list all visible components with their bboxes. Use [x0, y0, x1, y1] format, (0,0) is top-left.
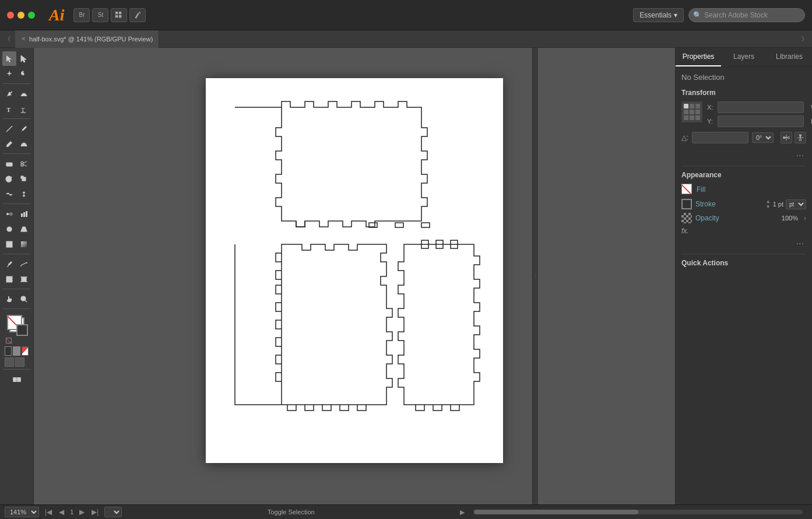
prev-page-button[interactable]: ◀	[58, 508, 65, 516]
essentials-button[interactable]: Essentials ▾	[633, 8, 684, 22]
last-page-button[interactable]: ▶|	[90, 508, 100, 516]
stroke-down-button[interactable]: ▼	[766, 205, 771, 209]
symbol-tool-button[interactable]	[2, 222, 16, 236]
eraser-tools	[2, 156, 31, 171]
stroke-color-swatch[interactable]	[16, 324, 28, 336]
none-swatch[interactable]	[6, 338, 12, 343]
fill-label[interactable]: Fill	[697, 185, 806, 194]
flip-vertical-icon[interactable]	[795, 132, 806, 143]
perspective-tool-button[interactable]	[17, 222, 31, 236]
x-field-row: X: W:	[707, 101, 812, 113]
blend-tools	[2, 206, 31, 221]
tab-properties[interactable]: Properties	[676, 48, 721, 66]
y-input[interactable]	[718, 115, 804, 127]
close-tab-icon[interactable]: ✕	[21, 36, 26, 42]
grid-button[interactable]	[111, 8, 127, 22]
transform-reference-grid[interactable]	[681, 101, 702, 122]
svg-rect-30	[22, 277, 26, 282]
scissors-tool-button[interactable]	[17, 156, 31, 171]
paintbrush-tool-button[interactable]	[17, 121, 31, 136]
curvature-tool-button[interactable]	[17, 86, 31, 101]
document-tab[interactable]: ✕ half-box.svg* @ 141% (RGB/GPU Preview)	[15, 30, 159, 48]
eyedropper-tools	[2, 257, 31, 271]
stroke-value: 1 pt	[773, 201, 783, 208]
stroke-up-button[interactable]: ▲	[766, 199, 771, 204]
flip-icons	[781, 132, 806, 143]
angle-dropdown[interactable]: 0°	[752, 132, 774, 143]
pencil-tool-button[interactable]	[2, 136, 16, 151]
brush-button[interactable]	[129, 8, 146, 22]
type-tools: T T	[2, 101, 31, 116]
angle-input[interactable]	[692, 132, 748, 143]
stroke-icon	[681, 199, 692, 209]
pen-tool-button[interactable]	[2, 86, 16, 101]
stroke-row[interactable]: Stroke ▲ ▼ 1 pt pt px	[681, 199, 806, 209]
artboard-tool-button[interactable]	[17, 272, 31, 286]
slice-tool-button[interactable]	[2, 272, 16, 286]
artboards-panel-button[interactable]	[6, 372, 27, 387]
gradient-color-btn[interactable]	[22, 346, 29, 356]
stroke-type-dropdown[interactable]: pt px	[786, 199, 806, 209]
tab-libraries[interactable]: Libraries	[767, 48, 812, 66]
hand-tool-button[interactable]	[2, 292, 16, 306]
fx-row: fx.	[681, 227, 806, 235]
eraser-tool-button[interactable]	[2, 156, 16, 171]
collapse-right-button[interactable]: 》	[797, 35, 812, 43]
svg-point-14	[10, 213, 12, 215]
opacity-label[interactable]: Opacity	[695, 214, 778, 222]
stroke-controls: ▲ ▼ 1 pt pt px	[766, 199, 806, 209]
zoom-select[interactable]: 141%	[5, 507, 39, 517]
shaper-tool-button[interactable]	[17, 136, 31, 151]
fullscreen-button[interactable]	[28, 12, 35, 19]
type-tool-button[interactable]: T	[2, 101, 16, 116]
chart-tool-button[interactable]	[17, 206, 31, 221]
shape-tools	[2, 121, 31, 136]
magic-wand-tool-button[interactable]	[2, 66, 16, 81]
mesh-tool-button[interactable]	[2, 237, 16, 251]
zoom-tool-button[interactable]	[17, 292, 31, 306]
lasso-tool-button[interactable]	[17, 66, 31, 81]
collapse-left-button[interactable]: 《	[5, 35, 10, 43]
transform-controls: X: W: Y:	[681, 101, 806, 127]
appearance-more-button[interactable]: ···	[794, 239, 806, 249]
rotate-tool-button[interactable]	[2, 171, 16, 186]
next-page-button[interactable]: ▶	[78, 508, 86, 516]
navigate-tools	[2, 292, 31, 306]
width-tool-button[interactable]	[17, 187, 31, 201]
color-swatches	[5, 313, 29, 345]
first-page-button[interactable]: |◀	[44, 508, 53, 516]
page-dropdown[interactable]	[104, 507, 122, 517]
fill-row[interactable]: Fill	[681, 184, 806, 195]
gray-color-btn[interactable]	[13, 346, 20, 356]
direct-selection-tool-button[interactable]	[17, 51, 31, 66]
svg-text:T: T	[21, 106, 25, 113]
minimize-button[interactable]	[17, 12, 24, 19]
search-input[interactable]	[688, 8, 805, 22]
close-button[interactable]	[7, 12, 14, 19]
progress-fill	[474, 510, 638, 514]
right-panel-collapse-handle[interactable]: ⋮	[532, 48, 538, 504]
selection-tool-button[interactable]	[2, 51, 16, 66]
flip-horizontal-icon[interactable]	[781, 132, 792, 143]
warp-tool-button[interactable]	[2, 187, 16, 201]
eyedropper-tool-button[interactable]	[2, 257, 16, 271]
stock-button[interactable]: St	[92, 8, 108, 22]
gradient-tool-button[interactable]	[17, 237, 31, 251]
transform-more-button[interactable]: ···	[794, 150, 806, 161]
blend-tool-button[interactable]	[2, 206, 16, 221]
touch-type-tool-button[interactable]: T	[17, 101, 31, 116]
bridge-button[interactable]: Br	[73, 8, 90, 22]
screen-mode2-btn[interactable]	[15, 357, 24, 367]
black-color-btn[interactable]	[5, 346, 12, 356]
line-tool-button[interactable]	[2, 121, 16, 136]
opacity-value: 100%	[782, 215, 798, 222]
tab-layers[interactable]: Layers	[721, 48, 767, 66]
screen-mode-btn[interactable]	[5, 357, 14, 367]
opacity-expand-icon[interactable]: ›	[804, 214, 806, 222]
measure-tool-button[interactable]	[17, 257, 31, 271]
mesh-tools	[2, 237, 31, 251]
color-mode-row	[2, 346, 31, 356]
stroke-label[interactable]: Stroke	[695, 200, 762, 208]
x-input[interactable]	[718, 101, 804, 113]
scale-tool-button[interactable]	[17, 171, 31, 186]
